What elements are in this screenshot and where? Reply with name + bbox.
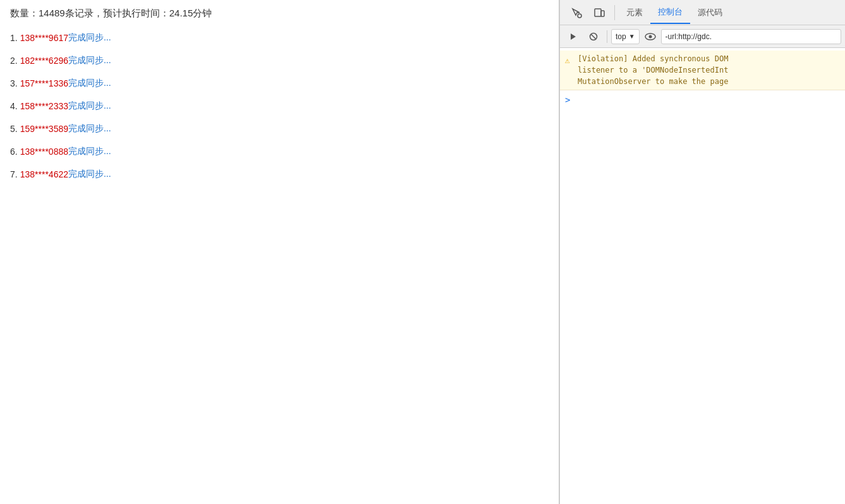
console-prompt-row: >	[560, 90, 845, 109]
sync-item: 6.138****0888完成同步...	[10, 146, 549, 157]
tab-sources[interactable]: 源代码	[690, 1, 730, 24]
eye-icon[interactable]	[641, 28, 660, 45]
status-text: 数量：14489条记录，预计执行时间：24.15分钟	[10, 8, 549, 20]
sync-item-status: 完成同步...	[68, 32, 111, 44]
sync-item: 2.182****6296完成同步...	[10, 55, 549, 66]
sync-item-phone: 158****2333	[20, 101, 68, 111]
run-icon[interactable]	[564, 28, 583, 45]
sync-item-number: 7.	[10, 169, 18, 179]
sync-item-phone: 138****0888	[20, 147, 68, 157]
context-selector[interactable]: top ▼	[611, 29, 640, 44]
devtools-panel: 元素 控制台 源代码 top ▼	[559, 0, 845, 504]
sync-item-phone: 159****3589	[20, 124, 68, 134]
sync-item: 1.138****9617完成同步...	[10, 32, 549, 44]
prompt-arrow-icon[interactable]: >	[565, 95, 570, 105]
sync-item-status: 完成同步...	[68, 169, 111, 180]
sync-item: 3.157****1336完成同步...	[10, 78, 549, 89]
sync-item-status: 完成同步...	[68, 55, 111, 66]
sync-item-status: 完成同步...	[68, 123, 111, 135]
svg-line-5	[592, 34, 596, 39]
svg-point-0	[578, 14, 581, 18]
stop-icon[interactable]	[584, 28, 603, 45]
console-content: ⚠ [Violation] Added synchronous DOMliste…	[560, 48, 845, 504]
svg-rect-2	[601, 11, 604, 16]
sync-item-number: 2.	[10, 56, 18, 66]
sync-item-status: 完成同步...	[68, 146, 111, 157]
warning-icon: ⚠	[565, 54, 570, 67]
sync-item-number: 4.	[10, 101, 18, 111]
console-toolbar: top ▼	[560, 25, 845, 48]
toolbar-sep-1	[607, 30, 607, 43]
console-violation-message: ⚠ [Violation] Added synchronous DOMliste…	[560, 51, 845, 90]
svg-marker-3	[571, 33, 576, 40]
sync-item-number: 5.	[10, 124, 18, 134]
svg-rect-1	[595, 9, 601, 16]
sync-item: 4.158****2333完成同步...	[10, 100, 549, 112]
tab-separator-1	[614, 5, 615, 20]
sync-item-number: 6.	[10, 147, 18, 157]
tab-console[interactable]: 控制台	[650, 1, 690, 24]
sync-item-status: 完成同步...	[68, 100, 111, 112]
sync-item-number: 3.	[10, 78, 18, 88]
inspect-icon[interactable]	[565, 1, 588, 24]
devtools-tab-bar: 元素 控制台 源代码	[560, 0, 845, 25]
sync-item-phone: 182****6296	[20, 56, 68, 66]
sync-item-phone: 138****9617	[20, 33, 68, 43]
sync-list: 1.138****9617完成同步...2.182****6296完成同步...…	[10, 32, 549, 180]
console-filter-input[interactable]	[661, 29, 841, 44]
sync-item-phone: 157****1336	[20, 78, 68, 88]
sync-item: 5.159****3589完成同步...	[10, 123, 549, 135]
chevron-down-icon: ▼	[629, 33, 635, 40]
svg-point-7	[648, 35, 652, 38]
device-toggle-icon[interactable]	[588, 1, 611, 24]
sync-item-number: 1.	[10, 33, 18, 43]
sync-item: 7.138****4622完成同步...	[10, 169, 549, 180]
tab-elements[interactable]: 元素	[619, 1, 650, 24]
left-panel: 数量：14489条记录，预计执行时间：24.15分钟 1.138****9617…	[0, 0, 559, 504]
sync-item-phone: 138****4622	[20, 169, 68, 179]
sync-item-status: 完成同步...	[68, 78, 111, 89]
